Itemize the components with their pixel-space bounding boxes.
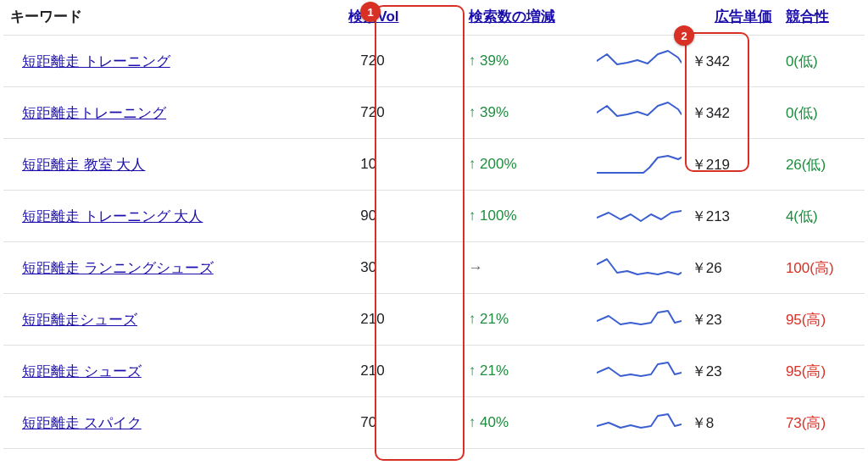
sparkline-cell [590,191,684,242]
sparkline-icon [597,101,682,125]
competition-cell: 73(高) [779,449,865,466]
trend-cell: → [462,242,591,294]
trend-value: 40% [480,414,509,430]
volume-cell: 210 [342,346,462,397]
sparkline-cell [590,36,684,87]
trend-cell: ↑ 100% [462,191,591,242]
keyword-link[interactable]: 短距離走 教室 大人 [22,157,145,173]
sparkline-cell [590,87,684,139]
competition-cell: 73(高) [779,397,865,449]
arrow-up-icon: ↑ [469,311,480,327]
header-keyword: キーワード [3,0,342,36]
header-cpc[interactable]: 広告単価 [685,0,779,36]
sparkline-icon [597,307,682,331]
keyword-link[interactable]: 短距離走 スパイク [22,415,142,431]
keyword-table: キーワード 検索Vol 検索数の増減 広告単価 競合性 短距離走 トレーニング7… [3,0,865,465]
callout-badge-2: 2 [674,25,694,46]
sparkline-cell [590,242,684,294]
volume-cell: 90 [342,191,462,242]
keyword-table-wrap: 1 2 キーワード 検索Vol 検索数の増減 広告単価 競合性 短距離走 トレー… [3,0,865,465]
competition-cell: 100(高) [779,242,865,294]
header-trend[interactable]: 検索数の増減 [462,0,591,36]
trend-cell: ↑ 40% [462,397,591,449]
callout-badge-1: 1 [360,2,381,22]
sparkline-icon [597,152,682,176]
trend-cell: ↑ 21% [462,294,591,346]
trend-value: 200% [480,156,516,172]
arrow-up-icon: ↑ [469,414,480,430]
sparkline-icon [597,411,682,435]
competition-cell: 0(低) [779,87,865,139]
table-row: 短距離走トレーニング720↑ 39%￥3420(低) [3,87,865,139]
sparkline-icon [597,256,682,280]
table-row: 短距離走 トレーニング 大人90↑ 100%￥2134(低) [3,191,865,242]
arrow-right-icon: → [469,259,483,275]
sparkline-cell [590,397,684,449]
trend-value: 39% [480,104,509,120]
volume-cell: 70 [342,397,462,449]
cpc-cell: ￥23 [685,294,779,346]
cpc-cell: ￥342 [685,87,779,139]
sparkline-cell [590,139,684,191]
trend-value: 100% [480,208,516,224]
competition-cell: 26(低) [779,139,865,191]
arrow-up-icon: ↑ [469,156,480,172]
cpc-cell: ￥342 [685,36,779,87]
keyword-link[interactable]: 短距離走 トレーニング [22,53,170,69]
table-row: 短距離走スパイク70↑ 40%￥873(高) [3,449,865,466]
competition-cell: 0(低) [779,36,865,87]
sparkline-icon [597,49,682,73]
table-row: 短距離走シューズ210↑ 21%￥2395(高) [3,294,865,346]
table-row: 短距離走 教室 大人10↑ 200%￥21926(低) [3,139,865,191]
arrow-up-icon: ↑ [469,363,480,379]
keyword-link[interactable]: 短距離走トレーニング [22,105,166,121]
header-volume[interactable]: 検索Vol [342,0,462,36]
trend-cell: ↑ 40% [462,449,591,466]
table-row: 短距離走 シューズ210↑ 21%￥2395(高) [3,346,865,397]
cpc-cell: ￥8 [685,449,779,466]
sparkline-icon [597,204,682,228]
volume-cell: 30 [342,242,462,294]
trend-value: 21% [480,363,509,379]
volume-cell: 720 [342,87,462,139]
cpc-cell: ￥26 [685,242,779,294]
competition-cell: 4(低) [779,191,865,242]
trend-cell: ↑ 200% [462,139,591,191]
arrow-up-icon: ↑ [469,53,480,69]
volume-cell: 70 [342,449,462,466]
cpc-cell: ￥213 [685,191,779,242]
table-row: 短距離走 ランニングシューズ30→￥26100(高) [3,242,865,294]
sparkline-icon [597,359,682,383]
cpc-cell: ￥8 [685,397,779,449]
competition-cell: 95(高) [779,294,865,346]
keyword-link[interactable]: 短距離走 ランニングシューズ [22,260,214,276]
keyword-link[interactable]: 短距離走 シューズ [22,363,142,379]
volume-cell: 10 [342,139,462,191]
competition-cell: 95(高) [779,346,865,397]
sparkline-cell [590,294,684,346]
cpc-cell: ￥23 [685,346,779,397]
cpc-cell: ￥219 [685,139,779,191]
sparkline-cell [590,449,684,466]
sparkline-cell [590,346,684,397]
trend-cell: ↑ 21% [462,346,591,397]
table-row: 短距離走 スパイク70↑ 40%￥873(高) [3,397,865,449]
trend-cell: ↑ 39% [462,36,591,87]
keyword-link[interactable]: 短距離走シューズ [22,312,137,328]
volume-cell: 210 [342,294,462,346]
trend-value: 21% [480,311,509,327]
header-competition[interactable]: 競合性 [779,0,865,36]
trend-cell: ↑ 39% [462,87,591,139]
arrow-up-icon: ↑ [469,208,480,224]
keyword-link[interactable]: 短距離走 トレーニング 大人 [22,208,203,224]
trend-value: 39% [480,53,509,69]
table-row: 短距離走 トレーニング720↑ 39%￥3420(低) [3,36,865,87]
volume-cell: 720 [342,36,462,87]
arrow-up-icon: ↑ [469,104,480,120]
